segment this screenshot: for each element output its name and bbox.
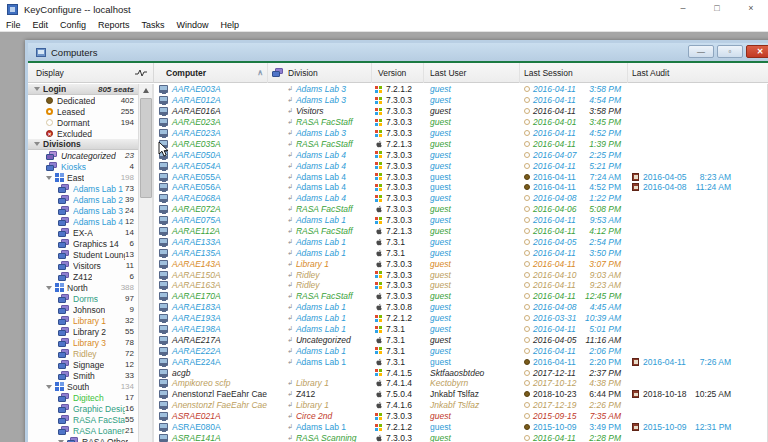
- table-row[interactable]: AARAE023A↲RASA FacStaff7.3.0.3guest2016-…: [154, 117, 767, 128]
- sidebar-item-dormant[interactable]: Dormant194: [28, 117, 138, 128]
- sidebar-item-digitech[interactable]: Digitech17: [28, 392, 138, 403]
- table-row[interactable]: AARAE135A↲Adams Lab 17.3.1guest2016-04-1…: [154, 247, 767, 258]
- sidebar-item-graphic-design[interactable]: Graphic Design16: [28, 403, 138, 414]
- child-close-button[interactable]: ✕: [746, 45, 768, 58]
- table-row[interactable]: ASRAE141A↲RASA Scanning7.3.0.3guest2016-…: [154, 433, 767, 442]
- table-row[interactable]: AARAE056A↲Adams Lab 47.3.0.3guest2016-04…: [154, 182, 767, 193]
- last-user-cell: guest: [424, 356, 520, 367]
- column-header-computer[interactable]: Computer ∧: [154, 63, 268, 83]
- sidebar-item-rasa-facstaff[interactable]: RASA FacStaff55: [28, 414, 138, 425]
- app-titlebar[interactable]: KeyConfigure -- localhost – □ ×: [0, 0, 768, 18]
- last-session-cell: 2017-12-112:37 PM: [520, 367, 628, 378]
- sidebar-item-leased[interactable]: Leased255: [28, 106, 138, 117]
- table-row[interactable]: AARAE055A↲Adams Lab 47.3.0.3guest2016-04…: [154, 171, 767, 182]
- sidebar-item-library-3[interactable]: Library 378: [28, 337, 138, 348]
- sidebar-item-signage[interactable]: Signage12: [28, 359, 138, 370]
- sidebar-scrollbar-thumb[interactable]: [140, 98, 152, 198]
- table-row[interactable]: acgb7.4.1.5Sktfaaosbtdeo2017-12-112:37 P…: [154, 367, 767, 378]
- sidebar-item-ex-a[interactable]: EX-A14: [28, 227, 138, 238]
- menu-item-window[interactable]: Window: [171, 18, 215, 32]
- sidebar-item-graphics-14[interactable]: Graphics 146: [28, 238, 138, 249]
- column-header-division[interactable]: Division: [268, 63, 372, 83]
- sidebar-item-kiosks[interactable]: Kiosks4: [28, 161, 138, 172]
- table-row[interactable]: AARAE198A↲Adams Lab 17.3.1guest2016-04-1…: [154, 324, 767, 335]
- maximize-button[interactable]: □: [700, 0, 734, 18]
- sidebar-item-johnson[interactable]: Johnson9: [28, 304, 138, 315]
- expand-triangle-icon[interactable]: [34, 142, 40, 146]
- sidebar-item-east[interactable]: East198: [28, 172, 138, 183]
- computers-titlebar[interactable]: Computers — ▫ ✕: [28, 43, 768, 61]
- sidebar-item-login[interactable]: Login805 seats: [28, 84, 138, 95]
- table-row[interactable]: AARAE112A↲RASA FacStaff7.2.1.3guest2016-…: [154, 226, 767, 237]
- table-row[interactable]: Anenstonzl FaeEahr Cae↲Z4127.5.0.4Jnkabf…: [154, 389, 767, 400]
- table-row[interactable]: AARAE016A↲Visitors7.3.0.3guest2016-04-11…: [154, 106, 767, 117]
- session-date: 2017-12-19: [533, 400, 585, 410]
- table-row[interactable]: AARAE133A↲Adams Lab 17.3.1guest2016-04-0…: [154, 236, 767, 247]
- table-row[interactable]: AARAE054A↲Adams Lab 47.3.0.3guest2016-04…: [154, 160, 767, 171]
- column-header-last-user[interactable]: Last User: [424, 63, 520, 83]
- table-row[interactable]: Anenstonzl FaeEahr Cae↲Library 17.4.1.6J…: [154, 400, 767, 411]
- sidebar-item-ridley[interactable]: Ridley72: [28, 348, 138, 359]
- sidebar-item-excluded[interactable]: ✕Excluded: [28, 128, 138, 139]
- table-row[interactable]: AARAE163A↲Ridley7.3.0.3guest2016-04-119:…: [154, 280, 767, 291]
- expand-triangle-icon[interactable]: [34, 87, 40, 91]
- sidebar-scroll-up-button[interactable]: [139, 84, 153, 97]
- sidebar-item-adams-lab-1[interactable]: Adams Lab 173: [28, 183, 138, 194]
- audit-time: 12:31 PM: [695, 422, 735, 432]
- menu-item-help[interactable]: Help: [215, 18, 246, 32]
- sidebar-item-rasa-other[interactable]: RASA Other: [28, 436, 138, 442]
- sidebar-scrollbar[interactable]: [138, 84, 152, 442]
- expand-triangle-icon[interactable]: [46, 385, 52, 389]
- menu-item-tasks[interactable]: Tasks: [136, 18, 171, 32]
- sidebar-item-north[interactable]: North388: [28, 282, 138, 293]
- table-row[interactable]: AARAE075A↲Adams Lab 17.3.0.3guest2016-04…: [154, 215, 767, 226]
- table-row[interactable]: AARAE068A↲Adams Lab 47.3.0.3guest2016-04…: [154, 193, 767, 204]
- sidebar-item-smith[interactable]: Smith33: [28, 370, 138, 381]
- sidebar-item-rasa-loaners[interactable]: RASA Loaners21: [28, 425, 138, 436]
- child-minimize-button[interactable]: —: [688, 45, 714, 58]
- sidebar-item-adams-lab-2[interactable]: Adams Lab 239: [28, 194, 138, 205]
- sidebar-item-uncategorized[interactable]: Uncategorized23: [28, 150, 138, 161]
- sidebar-item-z412[interactable]: Z4126: [28, 271, 138, 282]
- child-maximize-button[interactable]: ▫: [717, 45, 743, 58]
- menu-item-edit[interactable]: Edit: [27, 18, 55, 32]
- table-row[interactable]: AARAE217A↲Uncategorized7.3.1guest2016-04…: [154, 334, 767, 345]
- column-header-last-session[interactable]: Last Session: [520, 63, 628, 83]
- table-row[interactable]: AARAE012A↲Adams Lab 37.3.0.3guest2016-04…: [154, 95, 767, 106]
- sidebar-item-library-1[interactable]: Library 132: [28, 315, 138, 326]
- menu-item-file[interactable]: File: [0, 18, 27, 32]
- sidebar-item-dedicated[interactable]: Dedicated402: [28, 95, 138, 106]
- close-button[interactable]: ×: [734, 0, 768, 18]
- sidebar-item-south[interactable]: South134: [28, 381, 138, 392]
- table-row[interactable]: AARAE143A↲Library 17.3.0.3guest2016-04-1…: [154, 258, 767, 269]
- sidebar-item-adams-lab-4[interactable]: Adams Lab 412: [28, 216, 138, 227]
- table-row[interactable]: AARAE224A↲Adams Lab 17.3.1guest2016-04-1…: [154, 356, 767, 367]
- menu-item-config[interactable]: Config: [54, 18, 92, 32]
- column-header-version[interactable]: Version: [372, 63, 424, 83]
- table-row[interactable]: AARAE050A↲Adams Lab 47.3.0.3guest2016-04…: [154, 149, 767, 160]
- table-row[interactable]: AARAE072A↲RASA FacStaff7.3.0.3guest2016-…: [154, 204, 767, 215]
- table-row[interactable]: AARAE183A↲Adams Lab 17.3.0.8guest2016-04…: [154, 302, 767, 313]
- table-row[interactable]: AARAE150A↲Ridley7.3.0.3guest2016-04-109:…: [154, 269, 767, 280]
- expand-triangle-icon[interactable]: [46, 286, 52, 290]
- table-row[interactable]: ASRAE021A↲Circe 2nd7.3.0.3guest2015-09-1…: [154, 411, 767, 422]
- table-row[interactable]: AARAE003A↲Adams Lab 37.2.1.2guest2016-04…: [154, 84, 767, 95]
- table-row[interactable]: AARAE193A↲Adams Lab 17.2.1.2guest2016-03…: [154, 313, 767, 324]
- column-header-last-audit[interactable]: Last Audit: [628, 63, 767, 83]
- table-row[interactable]: Ampikoreo scfp↲Library 17.4.1.4Kectobyrn…: [154, 378, 767, 389]
- sidebar-item-library-2[interactable]: Library 255: [28, 326, 138, 337]
- expand-triangle-icon[interactable]: [46, 176, 52, 180]
- table-row[interactable]: ASRAE080A↲Adams Lab 17.2.1.2guest2015-10…: [154, 422, 767, 433]
- menu-item-reports[interactable]: Reports: [92, 18, 136, 32]
- minimize-button[interactable]: –: [666, 0, 700, 18]
- table-row[interactable]: AARAE222A↲Adams Lab 17.3.1guest2016-04-1…: [154, 345, 767, 356]
- table-row[interactable]: AARAE035A↲RASA FacStaff7.2.1.3guest2016-…: [154, 138, 767, 149]
- sidebar-item-divisions[interactable]: Divisions: [28, 139, 138, 150]
- activity-wave-icon[interactable]: [135, 69, 147, 77]
- sidebar-item-visitors[interactable]: Visitors11: [28, 260, 138, 271]
- sidebar-item-student-lounge[interactable]: Student Lounge13: [28, 249, 138, 260]
- table-row[interactable]: AARAE023A↲Adams Lab 37.3.0.3guest2016-04…: [154, 128, 767, 139]
- sidebar-item-dorms[interactable]: Dorms97: [28, 293, 138, 304]
- sidebar-item-adams-lab-3[interactable]: Adams Lab 324: [28, 205, 138, 216]
- table-row[interactable]: AARAE170A↲RASA FacStaff7.3.0.3guest2016-…: [154, 291, 767, 302]
